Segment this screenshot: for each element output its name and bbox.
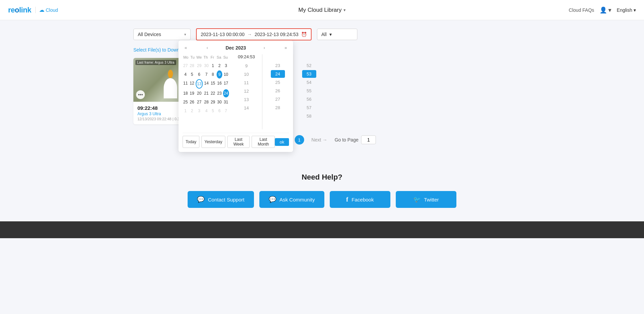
cal-date[interactable]: 3: [223, 62, 229, 70]
cal-date[interactable]: 28: [189, 62, 195, 70]
minute-item[interactable]: 26: [271, 87, 285, 95]
cal-date[interactable]: 23: [217, 89, 222, 97]
clock-icon: ⏰: [301, 32, 307, 37]
hour-item[interactable]: 13: [239, 96, 254, 103]
cal-date[interactable]: 3: [196, 107, 203, 115]
cal-date[interactable]: 15: [210, 79, 216, 89]
weekday-tu: Tu: [189, 54, 196, 60]
language-label: English: [617, 7, 632, 13]
cal-date[interactable]: 19: [189, 89, 195, 97]
time-display: 09:24:53: [238, 54, 255, 59]
cal-date[interactable]: 27: [196, 98, 203, 106]
header-right: Cloud FAQs 👤 ▾ English ▾: [569, 6, 636, 14]
cal-date[interactable]: 28: [203, 98, 209, 106]
hour-item[interactable]: 14: [239, 104, 254, 112]
weekday-su: Su: [222, 54, 229, 60]
time-picker: 09:24:53 9 10 11 12 13 14 23 24: [233, 54, 323, 129]
hour-item[interactable]: 10: [239, 70, 254, 78]
yesterday-button[interactable]: Yesterday: [201, 136, 225, 148]
more-button-1[interactable]: •••: [136, 90, 145, 99]
facebook-icon: f: [346, 196, 348, 203]
cal-date[interactable]: 8: [210, 70, 216, 78]
contact-support-button[interactable]: 💬 Contact Support: [188, 191, 254, 208]
hour-item[interactable]: 12: [239, 87, 254, 95]
cal-date[interactable]: 17: [223, 79, 229, 89]
minute-item[interactable]: 27: [271, 95, 285, 103]
cloud-faqs-link[interactable]: Cloud FAQs: [569, 7, 594, 13]
cal-date[interactable]: 21: [203, 89, 209, 97]
second-item[interactable]: 54: [302, 78, 316, 86]
cal-date-24-selected[interactable]: 24: [223, 89, 229, 97]
ask-community-button[interactable]: 💬 Ask Community: [259, 191, 324, 208]
header-title[interactable]: My Cloud Library ▾: [298, 7, 346, 13]
current-page[interactable]: 1: [295, 135, 304, 145]
calendar-title: Dec 2023: [226, 45, 246, 51]
cal-date[interactable]: 22: [210, 89, 216, 97]
minute-item[interactable]: 28: [271, 104, 285, 112]
seconds-scroll: 52 53 54 55 56 57 58: [302, 62, 316, 129]
cloud-label: Cloud: [46, 7, 58, 13]
cal-date[interactable]: 6: [217, 107, 222, 115]
user-icon-button[interactable]: 👤 ▾: [600, 6, 611, 14]
cal-date[interactable]: 29: [196, 62, 203, 70]
cal-date[interactable]: 29: [210, 98, 216, 106]
cal-date[interactable]: 4: [183, 70, 188, 78]
second-item[interactable]: 55: [302, 87, 316, 95]
last-month-button[interactable]: Last Month: [252, 136, 275, 148]
cal-date[interactable]: 20: [196, 89, 203, 97]
second-item-selected[interactable]: 53: [302, 70, 316, 78]
twitter-button[interactable]: 🐦 Twitter: [396, 191, 456, 208]
ok-button[interactable]: ok: [275, 138, 289, 146]
facebook-button[interactable]: f Facebook: [330, 191, 390, 208]
date-range-picker[interactable]: 2023-11-13 00:00:00 → 2023-12-13 09:24:5…: [196, 28, 312, 40]
cal-date[interactable]: 12: [189, 79, 195, 89]
cal-date[interactable]: 1: [183, 107, 188, 115]
cal-date[interactable]: 27: [183, 62, 188, 70]
minute-item-selected[interactable]: 24: [271, 70, 285, 78]
cal-date[interactable]: 10: [223, 70, 229, 78]
next-arrow: →: [322, 137, 327, 143]
cal-date-13-today[interactable]: 13: [196, 79, 203, 89]
cal-date[interactable]: 2: [189, 107, 195, 115]
cal-date[interactable]: 14: [203, 79, 209, 89]
cal-date[interactable]: 18: [183, 89, 188, 97]
cal-next-button[interactable]: ›: [261, 44, 267, 51]
cal-next-next-button[interactable]: »: [283, 44, 289, 51]
cal-date[interactable]: 25: [183, 98, 188, 106]
last-week-button[interactable]: Last Week: [227, 136, 250, 148]
cal-date[interactable]: 16: [217, 79, 222, 89]
cal-date[interactable]: 6: [196, 70, 203, 78]
cal-date-9-selected[interactable]: 9: [217, 70, 222, 78]
date-range-arrow: →: [247, 32, 252, 37]
cal-prev-button[interactable]: ‹: [204, 44, 210, 51]
device-select[interactable]: All Devices ▾: [133, 29, 191, 40]
second-item[interactable]: 56: [302, 95, 316, 103]
calendar-grid-area: Mo Tu We Th Fr Sa Su 27 28 29 30 1 2 3: [183, 54, 289, 129]
next-page-button[interactable]: Next →: [308, 135, 331, 145]
cal-date[interactable]: 2: [217, 62, 222, 70]
cal-date[interactable]: 7: [203, 70, 209, 78]
second-item[interactable]: 57: [302, 104, 316, 112]
minute-item[interactable]: 23: [271, 62, 285, 69]
cal-date[interactable]: 5: [210, 107, 216, 115]
cal-date[interactable]: 5: [189, 70, 195, 78]
today-button[interactable]: Today: [183, 136, 199, 148]
cal-date[interactable]: 4: [203, 107, 209, 115]
cal-date[interactable]: 30: [217, 98, 222, 106]
second-item[interactable]: 52: [302, 62, 316, 69]
type-select[interactable]: All ▾: [317, 29, 357, 40]
cal-date[interactable]: 26: [189, 98, 195, 106]
cal-prev-prev-button[interactable]: «: [183, 44, 189, 51]
hour-item[interactable]: 11: [239, 79, 254, 87]
cal-date[interactable]: 7: [223, 107, 229, 115]
cal-date[interactable]: 1: [210, 62, 216, 70]
cal-date[interactable]: 30: [203, 62, 209, 70]
help-buttons: 💬 Contact Support 💬 Ask Community f Face…: [0, 191, 644, 208]
cal-date[interactable]: 31: [223, 98, 229, 106]
language-selector[interactable]: English ▾: [617, 7, 636, 13]
cal-date[interactable]: 11: [183, 79, 188, 89]
hour-item[interactable]: 9: [239, 62, 254, 70]
go-to-input[interactable]: [361, 135, 376, 144]
minute-item[interactable]: 25: [271, 78, 285, 86]
second-item[interactable]: 58: [302, 112, 316, 120]
